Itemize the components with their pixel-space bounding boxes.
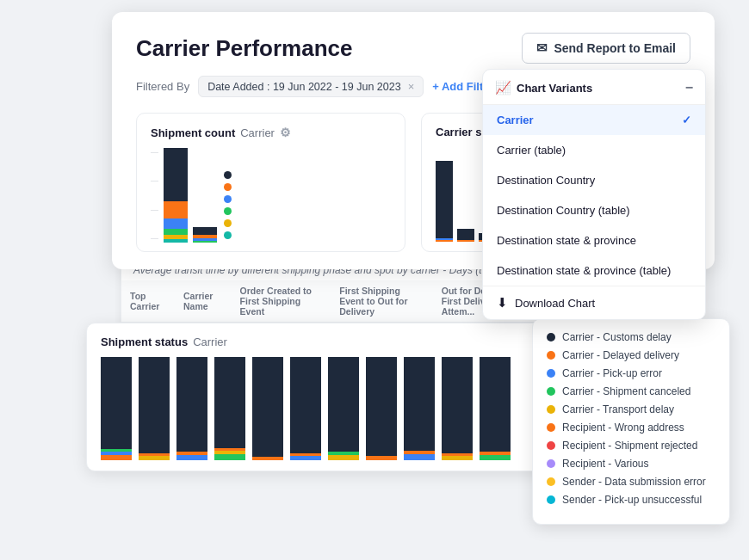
y-labels: — — — — bbox=[151, 148, 164, 243]
dot-teal bbox=[224, 231, 232, 239]
dropdown-item-label: Destination Country bbox=[497, 174, 595, 187]
legend-color-7 bbox=[547, 459, 555, 468]
dropdown-item-label: Carrier (table) bbox=[497, 144, 566, 157]
col-carrier-name: Carrier Name bbox=[175, 280, 232, 323]
legend-color-8 bbox=[547, 477, 555, 486]
send-report-label: Send Report to Email bbox=[554, 41, 676, 55]
legend-item-2: Carrier - Pick-up error bbox=[547, 367, 715, 379]
filter-label: Filtered By bbox=[136, 80, 189, 93]
dot-green bbox=[224, 207, 232, 215]
legend-label-4: Carrier - Transport delay bbox=[562, 403, 674, 415]
bottom-bar bbox=[328, 357, 359, 460]
filter-chip-text: Date Added : 19 Jun 2022 - 19 Jun 2023 bbox=[207, 81, 400, 93]
dropdown-item-carrier-table[interactable]: Carrier (table) bbox=[483, 135, 705, 165]
bottom-bar bbox=[366, 357, 397, 460]
chart1-title: Shipment count Carrier ⚙ bbox=[151, 126, 391, 139]
legend-item-6: Recipient - Shipment rejected bbox=[547, 440, 715, 452]
legend-color-1 bbox=[547, 351, 555, 360]
legend-color-4 bbox=[547, 405, 555, 414]
bottom-bar bbox=[214, 357, 245, 460]
legend-color-9 bbox=[547, 495, 555, 504]
vol-bar-2 bbox=[457, 229, 474, 242]
legend-item-1: Carrier - Delayed delivery bbox=[547, 349, 715, 361]
legend-item-5: Recipient - Wrong address bbox=[547, 422, 715, 434]
seg-green-s bbox=[193, 241, 217, 243]
dropdown-title: Chart Variants bbox=[517, 82, 592, 95]
checkmark-icon: ✓ bbox=[682, 114, 691, 126]
dropdown-item-label: Carrier bbox=[497, 114, 534, 126]
legend-label-7: Recipient - Various bbox=[562, 458, 649, 470]
legend-label-1: Carrier - Delayed delivery bbox=[562, 349, 679, 361]
seg-blue bbox=[164, 218, 188, 229]
legend-item-9: Sender - Pick-up unsuccessful bbox=[547, 494, 715, 506]
col-first-shipping: First Shipping Event to Out for Delivery bbox=[331, 280, 433, 323]
dropdown-item-label: Destination state & province (table) bbox=[497, 264, 671, 277]
dropdown-header: 📈 Chart Variants − bbox=[483, 70, 705, 105]
dropdown-item-label: Destination state & province bbox=[497, 234, 636, 247]
download-icon: ⬇ bbox=[497, 295, 508, 311]
envelope-icon: ✉ bbox=[536, 40, 548, 56]
dot-yellow bbox=[224, 219, 232, 227]
legend-dots-1 bbox=[224, 171, 232, 243]
legend-color-2 bbox=[547, 369, 555, 378]
bottom-bar bbox=[404, 357, 435, 460]
bottom-bar bbox=[139, 357, 170, 460]
dot-orange bbox=[224, 183, 232, 191]
dropdown-item-label: Destination Country (table) bbox=[497, 204, 630, 217]
shipment-count-chart-card: Shipment count Carrier ⚙ — — — — bbox=[136, 113, 405, 252]
legend-item-7: Recipient - Various bbox=[547, 458, 715, 470]
dot-dark bbox=[224, 171, 232, 179]
legend-label-9: Sender - Pick-up unsuccessful bbox=[562, 494, 702, 506]
bottom-bar bbox=[176, 357, 207, 460]
seg-dark bbox=[164, 148, 188, 201]
bar-stack-2 bbox=[193, 227, 217, 243]
legend-color-5 bbox=[547, 423, 555, 432]
download-label: Download Chart bbox=[515, 297, 595, 310]
bar-area-1 bbox=[164, 148, 217, 243]
dropdown-item-destination-state[interactable]: Destination state & province bbox=[483, 225, 705, 255]
legend-label-8: Sender - Data submission error bbox=[562, 476, 706, 488]
legend-label-0: Carrier - Customs delay bbox=[562, 331, 672, 343]
bottom-bar bbox=[480, 357, 511, 460]
filter-chip[interactable]: Date Added : 19 Jun 2022 - 19 Jun 2023 × bbox=[198, 76, 424, 97]
legend-label-6: Recipient - Shipment rejected bbox=[562, 440, 697, 452]
legend-item-0: Carrier - Customs delay bbox=[547, 331, 715, 343]
legend-item-4: Carrier - Transport delay bbox=[547, 403, 715, 415]
close-filter-icon[interactable]: × bbox=[408, 80, 415, 93]
legend-color-3 bbox=[547, 387, 555, 396]
send-report-button[interactable]: ✉ Send Report to Email bbox=[522, 33, 690, 64]
legend-item-3: Carrier - Shipment canceled bbox=[547, 385, 715, 397]
legend-label-2: Carrier - Pick-up error bbox=[562, 367, 662, 379]
download-chart-button[interactable]: ⬇ Download Chart bbox=[483, 286, 705, 319]
header-row: Carrier Performance ✉ Send Report to Ema… bbox=[136, 33, 690, 64]
collapse-icon[interactable]: − bbox=[685, 80, 693, 95]
chart1-area: — — — — bbox=[151, 148, 391, 243]
col-top-carrier: Top Carrier bbox=[121, 280, 175, 323]
dropdown-item-destination-state-table[interactable]: Destination state & province (table) bbox=[483, 255, 705, 286]
legend-label-3: Carrier - Shipment canceled bbox=[562, 385, 690, 397]
bottom-bar bbox=[290, 357, 321, 460]
legend-card: Carrier - Customs delay Carrier - Delaye… bbox=[532, 318, 730, 525]
seg-dark-s bbox=[193, 227, 217, 235]
dot-blue bbox=[224, 195, 232, 203]
bottom-bar bbox=[442, 357, 473, 460]
legend-label-5: Recipient - Wrong address bbox=[562, 422, 684, 434]
dropdown-item-carrier[interactable]: Carrier ✓ bbox=[483, 105, 705, 135]
chart-variants-icon: 📈 bbox=[495, 80, 511, 95]
col-order-created: Order Created to First Shipping Event bbox=[232, 280, 331, 323]
chart-variants-dropdown: 📈 Chart Variants − Carrier ✓ Carrier (ta… bbox=[482, 69, 706, 320]
page-title: Carrier Performance bbox=[136, 35, 352, 62]
bottom-bar bbox=[101, 357, 132, 460]
dropdown-item-destination-country-table[interactable]: Destination Country (table) bbox=[483, 195, 705, 225]
vol-bar-1 bbox=[436, 161, 453, 242]
bar-stack-1 bbox=[164, 148, 188, 243]
dropdown-item-destination-country[interactable]: Destination Country bbox=[483, 165, 705, 195]
bottom-bar bbox=[252, 357, 283, 460]
legend-color-6 bbox=[547, 441, 555, 450]
legend-color-0 bbox=[547, 333, 555, 342]
seg-teal bbox=[164, 239, 188, 243]
chart1-settings-icon[interactable]: ⚙ bbox=[280, 126, 291, 139]
seg-orange bbox=[164, 201, 188, 218]
legend-item-8: Sender - Data submission error bbox=[547, 476, 715, 488]
seg-green bbox=[164, 229, 188, 235]
